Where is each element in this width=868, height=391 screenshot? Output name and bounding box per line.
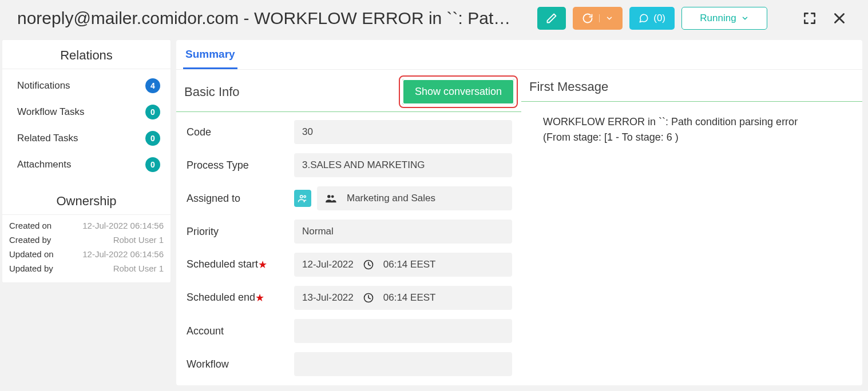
updated-by-label: Updated by — [9, 264, 82, 273]
sidebar-item-label: Workflow Tasks — [17, 106, 84, 118]
close-icon — [832, 11, 847, 26]
svg-point-5 — [331, 195, 334, 198]
tab-summary[interactable]: Summary — [183, 40, 237, 69]
group-icon — [325, 194, 336, 203]
show-conversation-button[interactable]: Show conversation — [402, 79, 514, 105]
updated-by-value: Robot User 1 — [82, 264, 164, 273]
account-label: Account — [187, 325, 288, 337]
sidebar-item-related-tasks[interactable]: Related Tasks 0 — [2, 125, 171, 151]
updated-on-label: Updated on — [9, 249, 82, 259]
page-title: noreply@mailer.comidor.com - WORKFLOW ER… — [17, 9, 515, 28]
chevron-down-icon — [599, 14, 613, 22]
count-badge: 0 — [145, 157, 160, 172]
first-message-title: First Message — [529, 79, 608, 94]
sidebar-item-label: Notifications — [17, 80, 70, 91]
basic-info-title: Basic Info — [184, 85, 240, 99]
assigned-to-label: Assigned to — [187, 193, 288, 205]
sidebar-item-notifications[interactable]: Notifications 4 — [2, 73, 171, 99]
ownership-grid: Created on 12-Jul-2022 06:14:56 Created … — [2, 215, 171, 282]
pencil-icon — [546, 13, 557, 24]
account-field[interactable] — [294, 319, 512, 343]
main-panel: Summary Basic Info Show conversation Cod… — [176, 40, 862, 385]
created-on-value: 12-Jul-2022 06:14:56 — [82, 221, 164, 230]
header-actions: (0) Running — [537, 7, 851, 30]
count-badge: 0 — [145, 105, 160, 119]
svg-point-3 — [304, 196, 306, 197]
relations-title: Relations — [2, 40, 171, 69]
basic-info-column: Basic Info Show conversation Code 30 Pro… — [176, 70, 521, 385]
sidebar: Relations Notifications 4 Workflow Tasks… — [2, 40, 171, 282]
count-badge: 0 — [145, 131, 160, 146]
first-message-body: WORKFLOW ERROR in ``: Path condition par… — [521, 102, 842, 158]
clock-icon — [363, 292, 374, 304]
content-grid: Basic Info Show conversation Code 30 Pro… — [176, 70, 862, 385]
priority-field[interactable]: Normal — [294, 220, 512, 244]
created-on-label: Created on — [9, 221, 82, 230]
scheduled-start-field[interactable]: 12-Jul-2022 06:14 EEST — [294, 253, 512, 277]
scheduled-start-label: Scheduled start★ — [187, 258, 288, 271]
svg-point-4 — [327, 195, 330, 198]
clock-icon — [363, 259, 374, 270]
created-by-label: Created by — [9, 235, 82, 245]
count-badge: 4 — [145, 78, 160, 93]
fullscreen-icon — [802, 11, 817, 26]
tabs: Summary — [176, 40, 862, 70]
scheduled-end-field[interactable]: 13-Jul-2022 06:14 EEST — [294, 286, 512, 310]
chevron-down-icon — [741, 14, 749, 22]
page-header: noreply@mailer.comidor.com - WORKFLOW ER… — [0, 0, 868, 37]
comments-button[interactable]: (0) — [629, 7, 675, 30]
scheduled-end-label: Scheduled end★ — [187, 292, 288, 304]
process-type-field[interactable]: 3.SALES AND MARKETING — [294, 153, 512, 177]
svg-point-2 — [300, 196, 303, 198]
sidebar-item-label: Related Tasks — [17, 133, 78, 144]
ownership-title: Ownership — [2, 186, 171, 214]
first-message-header: First Message — [521, 70, 862, 102]
close-button[interactable] — [828, 7, 851, 30]
relations-list: Notifications 4 Workflow Tasks 0 Related… — [2, 69, 171, 186]
comment-icon — [639, 13, 649, 23]
created-by-value: Robot User 1 — [82, 235, 164, 245]
updated-on-value: 12-Jul-2022 06:14:56 — [82, 249, 164, 259]
workflow-label: Workflow — [187, 358, 288, 370]
sidebar-item-attachments[interactable]: Attachments 0 — [2, 151, 171, 178]
sidebar-item-workflow-tasks[interactable]: Workflow Tasks 0 — [2, 99, 171, 125]
basic-info-form: Code 30 Process Type 3.SALES AND MARKETI… — [176, 112, 521, 376]
process-type-label: Process Type — [187, 159, 288, 171]
comments-count: (0) — [653, 13, 665, 24]
workflow-field[interactable] — [294, 352, 512, 376]
assigned-to-field[interactable]: Marketing and Sales — [317, 186, 512, 210]
sidebar-item-label: Attachments — [17, 159, 72, 170]
refresh-icon — [582, 13, 593, 24]
show-conversation-highlight: Show conversation — [399, 75, 518, 108]
status-dropdown[interactable]: Running — [681, 7, 767, 30]
first-message-column: First Message WORKFLOW ERROR in ``: Path… — [521, 70, 862, 385]
basic-info-header: Basic Info Show conversation — [176, 70, 521, 112]
priority-label: Priority — [187, 226, 288, 238]
assignee-icon[interactable] — [294, 190, 311, 207]
code-label: Code — [187, 126, 288, 138]
code-field[interactable]: 30 — [294, 120, 512, 144]
refresh-dropdown-button[interactable] — [573, 7, 623, 30]
edit-button[interactable] — [537, 7, 566, 30]
fullscreen-button[interactable] — [798, 7, 821, 30]
status-label: Running — [700, 13, 736, 24]
